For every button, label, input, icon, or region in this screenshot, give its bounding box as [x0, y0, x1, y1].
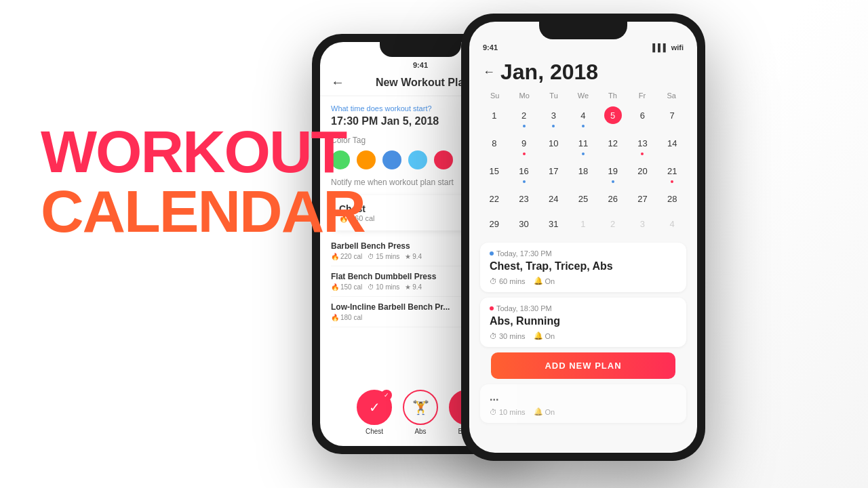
- title-block: WORKOUT CALENDAR: [41, 122, 365, 241]
- ex-time-2: ⏱ 10 mins: [368, 283, 399, 291]
- event-meta-3: ⏱ 10 mins 🔔 On: [490, 407, 677, 416]
- check-badge-chest: ✓: [381, 390, 392, 401]
- event-meta-2: ⏱ 30 mins 🔔 On: [490, 331, 677, 340]
- phone2-screen: 9:41 ▌▌▌ wifi ← Jan, 2018 Su Mo Tu We Th: [469, 22, 697, 453]
- cal-date-13[interactable]: 13: [629, 131, 657, 158]
- cal-date-14[interactable]: 14: [658, 131, 686, 158]
- event-time-1: Today, 17:30 PM: [490, 249, 677, 258]
- day-we: We: [568, 90, 597, 101]
- cal-days-header: Su Mo Tu We Th Fr Sa: [480, 90, 686, 101]
- cal-date-24[interactable]: 24: [539, 187, 568, 211]
- event-card-1[interactable]: Today, 17:30 PM Chest, Trap, Tricep, Abs…: [480, 243, 686, 292]
- phone2-notch: [539, 22, 627, 39]
- event-name-2: Abs, Running: [490, 315, 677, 327]
- cal-date-10[interactable]: 10: [539, 131, 568, 158]
- cal-month: Jan, 2018: [500, 60, 598, 85]
- cal-date-f3[interactable]: 3: [629, 212, 657, 236]
- phone2-device: 9:41 ▌▌▌ wifi ← Jan, 2018 Su Mo Tu We Th: [461, 14, 705, 461]
- cal-date-29[interactable]: 29: [480, 212, 509, 236]
- event-duration-1: ⏱ 60 mins: [490, 277, 526, 285]
- cal-date-23[interactable]: 23: [510, 187, 538, 211]
- back-icon[interactable]: ←: [331, 75, 344, 90]
- clock-icon-1: ⏱: [368, 253, 374, 260]
- day-tu: Tu: [539, 90, 568, 101]
- color-lightblue[interactable]: [408, 150, 427, 169]
- cal-date-21[interactable]: 21: [658, 159, 686, 186]
- cal-dates: 1 2 3 4 5 6 7 8 9 10 11 12 13 14 15: [480, 104, 686, 236]
- abs-icon: 🏋️: [412, 399, 429, 415]
- cal-date-25[interactable]: 25: [569, 187, 597, 211]
- cal-date-20[interactable]: 20: [629, 159, 657, 186]
- cal-date-30[interactable]: 30: [510, 212, 538, 236]
- muscle-abs[interactable]: 🏋️ Abs: [403, 390, 438, 435]
- bell-icon-e2: 🔔: [534, 331, 543, 340]
- cal-date-18[interactable]: 18: [569, 159, 597, 186]
- day-th: Th: [598, 90, 627, 101]
- events-section: Today, 17:30 PM Chest, Trap, Tricep, Abs…: [469, 236, 697, 423]
- cal-date-28[interactable]: 28: [658, 187, 686, 211]
- event-meta-1: ⏱ 60 mins 🔔 On: [490, 277, 677, 285]
- day-sa: Sa: [657, 90, 686, 101]
- cal-date-19[interactable]: 19: [599, 159, 627, 186]
- clock-icon-e2: ⏱: [490, 332, 497, 340]
- cal-date-22[interactable]: 22: [480, 187, 509, 211]
- ex-cal-3: 🔥 180 cal: [331, 314, 362, 321]
- event-duration-2: ⏱ 30 mins: [490, 331, 526, 340]
- fire-icon-1: 🔥: [331, 253, 339, 260]
- cal-date-f2[interactable]: 2: [599, 212, 627, 236]
- ex-rating-2: ★ 9.4: [405, 283, 422, 291]
- add-plan-button[interactable]: ADD NEW PLAN: [491, 352, 675, 379]
- chest-label: Chest: [366, 428, 383, 435]
- cal-date-9[interactable]: 9: [510, 131, 538, 158]
- color-blue[interactable]: [382, 150, 401, 169]
- title-calendar: CALENDAR: [41, 182, 365, 241]
- cal-header: ← Jan, 2018: [469, 57, 697, 90]
- star-icon-2: ★: [405, 283, 411, 291]
- cal-grid: Su Mo Tu We Th Fr Sa 1 2 3 4 5 6 7: [469, 90, 697, 236]
- abs-label: Abs: [414, 428, 426, 435]
- cal-date-12[interactable]: 12: [599, 131, 627, 158]
- cal-date-f1[interactable]: 1: [569, 212, 597, 236]
- color-red[interactable]: [434, 150, 453, 169]
- cal-date-17[interactable]: 17: [539, 159, 568, 186]
- event-notify-1: 🔔 On: [534, 277, 555, 285]
- fire-icon-3: 🔥: [331, 314, 339, 321]
- status-icons: ▌▌▌ wifi: [652, 43, 684, 52]
- event-card-3[interactable]: ... ⏱ 10 mins 🔔 On: [480, 384, 686, 423]
- chest-circle: ✓ ✓: [357, 390, 392, 425]
- event-dot-1: [490, 251, 494, 256]
- cal-date-16[interactable]: 16: [510, 159, 538, 186]
- clock-icon-e3: ⏱: [490, 408, 497, 416]
- cal-date-7[interactable]: 7: [658, 104, 686, 130]
- muscle-chest[interactable]: ✓ ✓ Chest: [357, 390, 392, 435]
- chest-icon: ✓: [369, 399, 380, 415]
- cal-date-8[interactable]: 8: [480, 131, 509, 158]
- cal-date-1[interactable]: 1: [480, 104, 509, 130]
- event-time-2: Today, 18:30 PM: [490, 304, 677, 312]
- cal-date-11[interactable]: 11: [569, 131, 597, 158]
- cal-date-31[interactable]: 31: [539, 212, 568, 236]
- event-card-2[interactable]: Today, 18:30 PM Abs, Running ⏱ 30 mins 🔔…: [480, 298, 686, 347]
- title-workout: WORKOUT: [41, 122, 365, 182]
- event-name-3: ...: [490, 391, 677, 403]
- event-notify-2: 🔔 On: [534, 331, 555, 340]
- cal-date-4[interactable]: 4: [569, 104, 597, 130]
- cal-date-2[interactable]: 2: [510, 104, 538, 130]
- cal-date-f4[interactable]: 4: [658, 212, 686, 236]
- event-name-1: Chest, Trap, Tricep, Abs: [490, 260, 677, 272]
- cal-date-5[interactable]: 5: [599, 104, 627, 130]
- day-fr: Fr: [627, 90, 656, 101]
- ex-cal-1: 🔥 220 cal: [331, 253, 362, 260]
- cal-back-icon[interactable]: ←: [483, 65, 495, 79]
- cal-date-26[interactable]: 26: [599, 187, 627, 211]
- signal-icon: ▌▌▌: [652, 43, 668, 52]
- event-duration-3: ⏱ 10 mins: [490, 407, 526, 416]
- phone1-notch: [380, 42, 461, 57]
- wifi-icon: wifi: [671, 43, 684, 52]
- cal-date-6[interactable]: 6: [629, 104, 657, 130]
- bell-icon-e1: 🔔: [534, 277, 543, 285]
- cal-date-15[interactable]: 15: [480, 159, 509, 186]
- cal-date-27[interactable]: 27: [629, 187, 657, 211]
- cal-date-3[interactable]: 3: [539, 104, 568, 130]
- bell-icon-e3: 🔔: [534, 407, 543, 416]
